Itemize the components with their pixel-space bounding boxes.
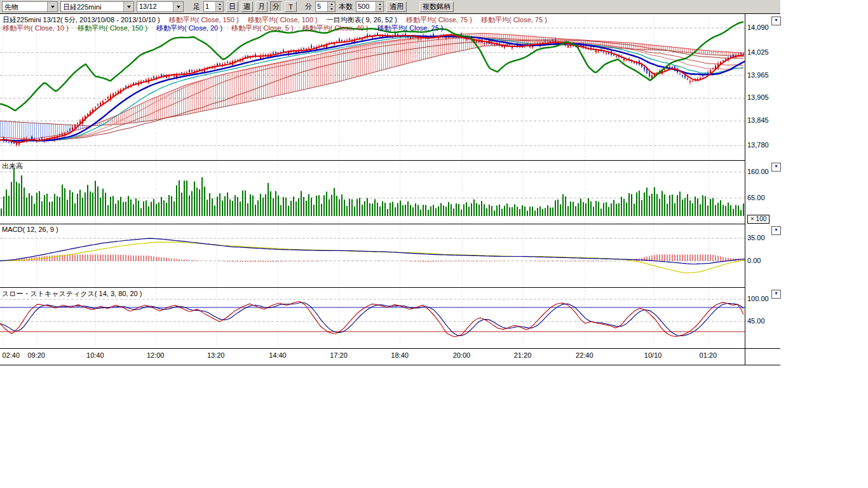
stoch-pane-collapse-icon[interactable]: ▼ — [771, 290, 781, 299]
chart-canvas[interactable] — [0, 0, 780, 365]
period-month-button[interactable]: 月 — [255, 1, 268, 12]
bar-count-input[interactable]: 500 — [356, 1, 384, 12]
indicator-label: 一目均衡表( 9, 26, 52 ) — [327, 16, 397, 24]
category-select[interactable]: 先物 — [2, 1, 58, 12]
spin-down-icon[interactable] — [376, 7, 383, 11]
bar-count-label: 本数 — [338, 2, 353, 11]
macd-pane-label: MACD( 12, 26, 9 ) — [2, 226, 58, 233]
period-minute-button[interactable]: 分 — [270, 1, 282, 12]
macd-pane-collapse-icon[interactable]: ▼ — [771, 226, 781, 235]
toolbar: 先物 日経225mini 13/12 足 1 日 週 月 分 T 分 5 — [0, 0, 780, 14]
volume-multiplier-badge: × 100 — [747, 215, 770, 224]
volume-pane-label: 出来高 — [2, 161, 23, 171]
indicator-label: 日経225mini 13/12( 5分, 2013/10/08 - 2013/1… — [3, 16, 160, 24]
bar-type-label: 足 — [193, 2, 201, 11]
chevron-down-icon[interactable] — [47, 2, 57, 11]
spinner-arrows[interactable] — [215, 2, 223, 11]
indicator-label: 移動平均( Close, 25 ) — [377, 24, 444, 32]
minute-value: 5 — [316, 2, 327, 11]
symbol-select[interactable]: 日経225mini — [60, 1, 134, 12]
multi-symbol-button[interactable]: 複数銘柄 — [419, 1, 454, 12]
indicator-label: 移動平均( Close, 40 ) — [302, 24, 369, 32]
indicator-label: 移動平均( Close, 75 ) — [481, 16, 547, 24]
apply-button[interactable]: 適用 — [386, 1, 407, 12]
contract-month-select[interactable]: 13/12 — [137, 1, 184, 12]
spin-down-icon[interactable] — [328, 7, 335, 11]
indicator-label: 移動平均( Close, 10 ) — [3, 24, 69, 32]
spin-up-icon[interactable] — [216, 2, 223, 7]
indicator-legend-line2: 移動平均( Close, 10 )移動平均( Close, 150 )移動平均(… — [3, 24, 452, 32]
indicator-label: 移動平均( Close, 20 ) — [156, 24, 222, 32]
category-value: 先物 — [3, 2, 47, 11]
minute-label: 分 — [304, 2, 313, 11]
minute-input[interactable]: 5 — [315, 1, 336, 12]
spinner-arrows[interactable] — [327, 2, 335, 11]
indicator-label: 移動平均( Close, 150 ) — [169, 16, 239, 24]
indicator-label: 移動平均( Close, 150 ) — [78, 24, 147, 32]
bar-count-value: 500 — [356, 2, 376, 11]
spin-down-icon[interactable] — [216, 7, 223, 11]
bar-type-value: 1 — [204, 2, 215, 11]
stoch-pane-label: スロー・ストキャスティクス( 14, 3, 80, 20 ) — [2, 289, 142, 299]
contract-month-value: 13/12 — [137, 2, 173, 11]
volume-pane-collapse-icon[interactable]: ▼ — [771, 163, 781, 172]
spin-up-icon[interactable] — [328, 2, 335, 7]
trading-chart-app: 先物 日経225mini 13/12 足 1 日 週 月 分 T 分 5 — [0, 0, 868, 488]
indicator-label: 移動平均( Close, 75 ) — [406, 16, 472, 24]
bar-type-input[interactable]: 1 — [203, 1, 224, 12]
symbol-value: 日経225mini — [61, 2, 123, 11]
spin-up-icon[interactable] — [376, 2, 383, 7]
price-pane-collapse-icon[interactable]: ▼ — [771, 17, 781, 25]
chevron-down-icon[interactable] — [123, 2, 133, 11]
chevron-down-icon[interactable] — [173, 2, 183, 11]
tick-button[interactable]: T — [285, 1, 297, 12]
period-week-button[interactable]: 週 — [241, 1, 253, 12]
indicator-legend-line1: 日経225mini 13/12( 5分, 2013/10/08 - 2013/1… — [3, 16, 556, 24]
indicator-label: 移動平均( Close, 5 ) — [231, 24, 294, 32]
indicator-label: 移動平均( Close, 100 ) — [248, 16, 318, 24]
period-day-button[interactable]: 日 — [226, 1, 238, 12]
spinner-arrows[interactable] — [376, 2, 383, 11]
